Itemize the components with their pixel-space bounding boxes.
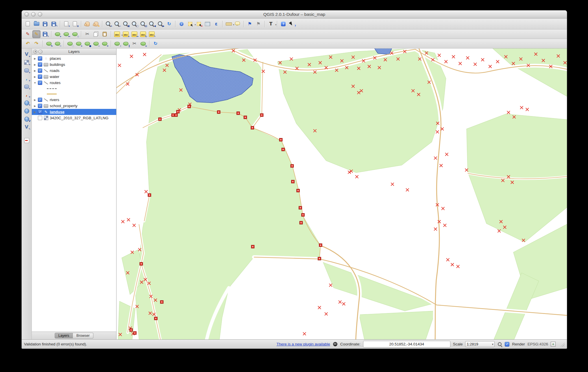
plugin-manager-icon[interactable]: [333, 342, 338, 347]
copy-features-icon[interactable]: [92, 30, 100, 38]
panel-detach-icon[interactable]: ◦: [38, 50, 42, 54]
add-mssql-layer-icon[interactable]: +: [23, 83, 31, 90]
map-canvas[interactable]: [117, 49, 567, 339]
merge-features-icon[interactable]: ∪: [139, 40, 147, 48]
delete-part-icon[interactable]: ×: [101, 40, 109, 48]
label-icon[interactable]: +: [122, 30, 130, 38]
add-raster-layer-icon[interactable]: +: [23, 59, 31, 66]
layer-item-landuse[interactable]: ▶ ✓ ✎ landuse: [32, 109, 116, 115]
field-calculator-icon[interactable]: ε: [212, 20, 220, 28]
fill-ring-icon[interactable]: ●: [83, 40, 91, 48]
add-oracle-layer-icon[interactable]: , +: [23, 91, 31, 98]
layer-checkbox[interactable]: ✓: [38, 81, 42, 85]
select-features-icon[interactable]: ▾: [186, 20, 194, 28]
layer-checkbox[interactable]: [38, 116, 42, 120]
rotate-point-symbols-icon[interactable]: ↻: [151, 40, 160, 48]
add-spatialite-layer-icon[interactable]: , +: [23, 75, 31, 82]
zoom-full-icon[interactable]: ▣: [122, 20, 130, 28]
text-annotation-icon[interactable]: T ▾: [267, 20, 275, 28]
node-tool-icon[interactable]: ▫: [71, 30, 79, 38]
tab-layers[interactable]: Layers: [55, 333, 73, 338]
coordinate-input[interactable]: [363, 341, 450, 347]
minimize-button[interactable]: [31, 12, 36, 16]
show-bookmarks-icon[interactable]: ⚑: [254, 20, 262, 28]
add-part-icon[interactable]: +: [75, 40, 83, 48]
offset-curve-icon[interactable]: ∥: [122, 40, 130, 48]
close-button[interactable]: [25, 12, 29, 16]
refresh-map-icon[interactable]: ↻: [165, 20, 173, 28]
layer-checkbox[interactable]: ✓: [38, 110, 42, 114]
redo-icon[interactable]: ↷: [32, 40, 40, 48]
rotate-feature-icon[interactable]: ↻: [45, 40, 53, 48]
layer-checkbox[interactable]: ✓: [38, 56, 42, 61]
layer-item-raster[interactable]: 3420C_2010_327_RGB_LATLNG: [32, 115, 116, 121]
split-features-icon[interactable]: ✂: [130, 40, 138, 48]
new-project-icon[interactable]: [24, 20, 32, 28]
map-tips-icon[interactable]: [233, 20, 241, 28]
pan-map-icon[interactable]: [83, 20, 91, 28]
move-feature-icon[interactable]: ↔: [62, 30, 70, 38]
layer-checkbox[interactable]: ✓: [38, 98, 42, 102]
magnifier-icon[interactable]: [497, 342, 502, 347]
resize-grip[interactable]: [559, 342, 565, 347]
toggle-editing-icon[interactable]: ✎: [32, 30, 40, 38]
open-attribute-table-icon[interactable]: [204, 20, 212, 28]
change-label-icon[interactable]: ✎: [148, 30, 156, 38]
collapse-arrow-icon[interactable]: ▼: [34, 81, 36, 84]
add-wcs-layer-icon[interactable]: [23, 107, 31, 115]
expand-arrow-icon[interactable]: ▶: [34, 75, 36, 78]
expand-arrow-icon[interactable]: ▶: [34, 98, 36, 101]
whats-this-icon[interactable]: ?: [288, 20, 296, 28]
zoom-button[interactable]: [38, 12, 42, 16]
layer-checkbox[interactable]: ✓: [38, 62, 42, 67]
add-wfs-layer-icon[interactable]: V: [23, 115, 31, 123]
undo-icon[interactable]: ↶: [24, 40, 32, 48]
plugin-link[interactable]: There is a new plugin available: [276, 342, 330, 346]
layer-item-school-property[interactable]: ▶ ✓ school_property: [32, 103, 116, 109]
expand-arrow-icon[interactable]: ▶: [34, 105, 36, 107]
zoom-next-icon[interactable]: ▶: [156, 20, 164, 28]
zoom-to-layer-icon[interactable]: ▤: [139, 20, 147, 28]
paste-features-icon[interactable]: [101, 30, 109, 38]
layer-item-buildings[interactable]: ▶ ✓ buildings: [32, 62, 116, 68]
new-print-composer-icon[interactable]: +: [62, 20, 70, 28]
new-bookmark-icon[interactable]: ⚑: [246, 20, 254, 28]
simplify-feature-icon[interactable]: ~: [53, 40, 62, 48]
layer-item-roads[interactable]: ▶ ✓ roads: [32, 68, 116, 74]
crs-status-icon[interactable]: +: [551, 342, 556, 347]
save-project-icon[interactable]: [41, 20, 49, 28]
render-checkbox[interactable]: ✓: [505, 342, 509, 347]
move-label-icon[interactable]: ↔: [130, 30, 138, 38]
labeling-options-icon[interactable]: ▾: [113, 30, 121, 38]
panel-close-icon[interactable]: ×: [33, 50, 37, 54]
identify-features-icon[interactable]: [177, 20, 186, 28]
composer-manager-icon[interactable]: ≡: [71, 20, 79, 28]
deselect-features-icon[interactable]: ×: [195, 20, 203, 28]
zoom-out-icon[interactable]: −: [113, 20, 121, 28]
pan-map-to-selection-icon[interactable]: ★: [92, 20, 100, 28]
zoom-in-icon[interactable]: +: [104, 20, 112, 28]
add-ring-icon[interactable]: ◌: [66, 40, 74, 48]
open-project-icon[interactable]: [32, 20, 40, 28]
add-feature-icon[interactable]: +: [53, 30, 62, 38]
layers-panel-header[interactable]: × ◦ Layers: [32, 49, 116, 55]
tab-browser[interactable]: Browser: [73, 333, 93, 338]
layer-checkbox[interactable]: ✓: [38, 75, 42, 79]
expand-arrow-icon[interactable]: ▶: [34, 63, 36, 66]
delete-ring-icon[interactable]: −: [92, 40, 100, 48]
zoom-last-icon[interactable]: ◀: [148, 20, 156, 28]
save-project-as-icon[interactable]: ✎: [50, 20, 58, 28]
add-vector-layer-icon[interactable]: V +: [23, 51, 31, 58]
scale-combo[interactable]: 1:2819 ▾: [465, 341, 495, 347]
new-shapefile-layer-icon[interactable]: V ✎: [23, 123, 31, 131]
zoom-to-selection-icon[interactable]: ▢: [130, 20, 138, 28]
add-postgis-layer-icon[interactable]: +: [23, 67, 31, 74]
expand-arrow-icon[interactable]: ▶: [34, 57, 36, 60]
add-wms-layer-icon[interactable]: +: [23, 99, 31, 107]
expand-arrow-icon[interactable]: ▶: [34, 111, 36, 114]
layer-checkbox[interactable]: ✓: [38, 68, 42, 73]
current-edits-icon[interactable]: ✎ ▾: [24, 30, 32, 38]
measure-icon[interactable]: ▾: [225, 20, 233, 28]
layer-item-places[interactable]: ▶ ✓ ∴ places: [32, 55, 116, 62]
layer-item-routes[interactable]: ▼ ✓ routes: [32, 80, 116, 86]
